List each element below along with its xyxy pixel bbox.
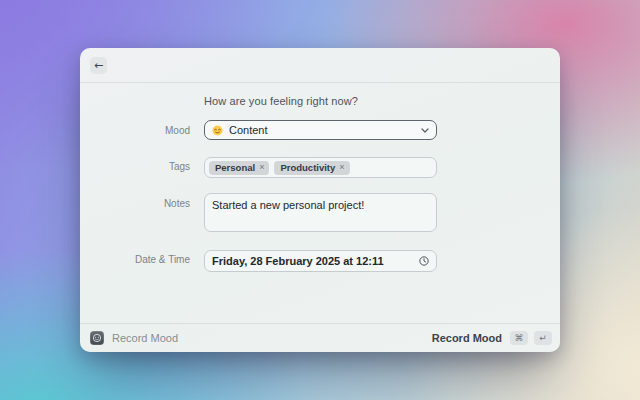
tag-chip-personal[interactable]: Personal ×: [209, 161, 269, 175]
tag-chip-label: Productivity: [280, 162, 335, 173]
datetime-label: Date & Time: [80, 254, 190, 265]
window-header: ←: [80, 48, 560, 83]
desktop-background: ← How are you feeling right now? Mood Co…: [0, 0, 640, 400]
mood-value: Content: [229, 124, 268, 136]
back-button[interactable]: ←: [90, 57, 107, 74]
datetime-picker[interactable]: Friday, 28 February 2025 at 12:11: [204, 250, 437, 272]
relieved-face-emoji-icon: [212, 125, 223, 136]
remove-tag-icon[interactable]: ×: [339, 162, 344, 172]
notes-textarea[interactable]: Started a new personal project!: [204, 193, 437, 232]
tag-chip-productivity[interactable]: Productivity ×: [274, 161, 349, 175]
record-mood-window: ← How are you feeling right now? Mood Co…: [80, 48, 560, 352]
mood-dropdown[interactable]: Content: [204, 120, 437, 140]
notes-label: Notes: [80, 198, 190, 209]
record-mood-app-icon: [90, 331, 104, 345]
command-key-badge: ⌘: [510, 331, 528, 345]
record-mood-action[interactable]: Record Mood: [432, 332, 502, 344]
tag-chip-label: Personal: [215, 162, 255, 173]
form-title: How are you feeling right now?: [204, 95, 358, 107]
tags-input[interactable]: Personal × Productivity ×: [204, 157, 437, 178]
mood-label: Mood: [80, 125, 190, 136]
tags-label: Tags: [80, 161, 190, 172]
arrow-left-icon: ←: [94, 60, 103, 71]
chevron-down-icon: [421, 128, 429, 133]
datetime-value: Friday, 28 February 2025 at 12:11: [212, 255, 384, 267]
window-footer: Record Mood Record Mood ⌘ ↵: [80, 323, 560, 352]
return-key-badge: ↵: [534, 331, 552, 345]
remove-tag-icon[interactable]: ×: [259, 162, 264, 172]
notes-value: Started a new personal project!: [212, 199, 364, 211]
footer-app-name: Record Mood: [112, 332, 178, 344]
clock-icon: [419, 256, 429, 266]
